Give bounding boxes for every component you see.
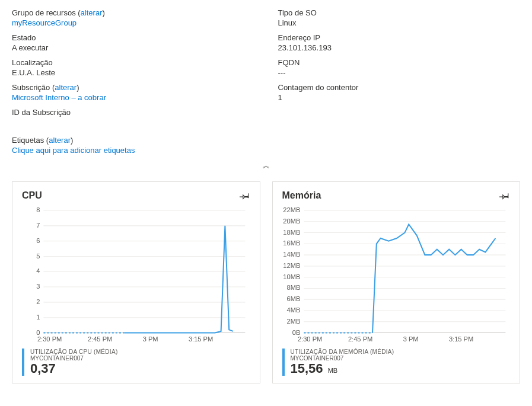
prop-state: Estado A executar [12,33,254,52]
prop-value: 23.101.136.193 [278,43,521,52]
svg-text:7: 7 [36,222,40,229]
change-link[interactable]: alterar [81,8,103,17]
svg-text:20MB: 20MB [283,218,300,225]
svg-text:14MB: 14MB [283,251,300,258]
svg-text:3:15 PM: 3:15 PM [189,335,213,343]
svg-text:3:15 PM: 3:15 PM [448,335,473,343]
prop-value: 1 [278,93,521,102]
change-link[interactable]: alterar [55,83,77,92]
svg-text:6MB: 6MB [286,295,300,302]
cpu-metric: UTILIZAÇÃO DA CPU (MÉDIA) MYCONTAINER007… [22,349,250,376]
prop-label: Etiquetas [12,136,44,145]
chart-title: Memória [282,190,321,201]
prop-label: Localização [12,58,254,67]
prop-label: FQDN [278,58,521,67]
pin-button[interactable] [499,190,510,201]
chart-title: CPU [22,190,42,201]
svg-text:2:30 PM: 2:30 PM [37,335,62,343]
cpu-chart-card: CPU 0123456782:30 PM2:45 PM3 PM3:15 PM U… [12,181,260,383]
svg-text:3 PM: 3 PM [143,335,158,343]
prop-label: Subscrição [12,83,50,92]
svg-text:2:45 PM: 2:45 PM [88,335,112,343]
memory-metric: UTILIZAÇÃO DA MEMÓRIA (MÉDIA) MYCONTAINE… [282,349,511,376]
svg-text:22MB: 22MB [283,207,300,213]
prop-label: Endereço IP [278,33,521,42]
svg-text:8: 8 [36,207,40,213]
metric-value: 0,37 [30,362,118,376]
pin-button[interactable] [240,190,250,201]
collapse-toggle[interactable]: ︽ [12,161,520,171]
svg-text:18MB: 18MB [283,229,300,236]
svg-text:16MB: 16MB [283,239,300,247]
resource-group-link[interactable]: myResourceGroup [12,18,77,27]
prop-resource-group: Grupo de recursos (alterar) myResourceGr… [12,8,254,27]
change-link[interactable]: alterar [49,136,71,145]
svg-text:3: 3 [36,283,40,290]
metric-label: UTILIZAÇÃO DA CPU (MÉDIA) [30,349,118,355]
prop-value: --- [278,68,521,77]
prop-label: Estado [12,33,254,42]
prop-subscription-id: ID da Subscrição [12,108,254,117]
metric-value: 15,56 MB [291,362,394,376]
svg-text:10MB: 10MB [283,273,300,280]
prop-label: ID da Subscrição [12,108,254,117]
prop-tags: Etiquetas (alterar) Clique aqui para adi… [12,136,520,155]
charts-row: CPU 0123456782:30 PM2:45 PM3 PM3:15 PM U… [12,181,520,383]
pin-icon [499,190,510,201]
prop-label: Tipo de SO [278,8,521,17]
subscription-link[interactable]: Microsoft Interno – a cobrar [12,93,106,102]
memory-chart-card: Memória 0B2MB4MB6MB8MB10MB12MB14MB16MB18… [272,181,521,383]
svg-text:4: 4 [36,267,40,274]
svg-text:8MB: 8MB [286,284,300,291]
svg-text:12MB: 12MB [283,262,300,269]
prop-label: Grupo de recursos [12,8,76,17]
prop-value: Linux [278,18,521,27]
svg-text:5: 5 [36,252,40,260]
metric-label: UTILIZAÇÃO DA MEMÓRIA (MÉDIA) [291,349,394,355]
metric-color-bar [282,349,285,376]
add-tags-link[interactable]: Clique aqui para adicionar etiquetas [12,146,135,155]
svg-text:1: 1 [36,314,40,321]
chevron-up-double-icon: ︽ [263,161,270,170]
properties-left-column: Grupo de recursos (alterar) myResourceGr… [12,8,254,123]
svg-text:2: 2 [36,298,40,305]
prop-label: Contagem do contentor [278,83,521,92]
svg-text:2MB: 2MB [286,318,300,325]
prop-fqdn: FQDN --- [278,58,521,77]
prop-os-type: Tipo de SO Linux [278,8,521,27]
prop-ip-address: Endereço IP 23.101.136.193 [278,33,521,52]
pin-icon [240,190,250,201]
memory-chart[interactable]: 0B2MB4MB6MB8MB10MB12MB14MB16MB18MB20MB22… [282,207,511,345]
properties-right-column: Tipo de SO Linux Endereço IP 23.101.136.… [278,8,521,123]
prop-subscription: Subscrição (alterar) Microsoft Interno –… [12,83,254,102]
prop-value: A executar [12,43,254,52]
properties-panel: Grupo de recursos (alterar) myResourceGr… [12,8,520,123]
svg-text:2:30 PM: 2:30 PM [297,335,321,343]
svg-text:2:45 PM: 2:45 PM [348,335,372,343]
svg-text:4MB: 4MB [286,306,300,314]
cpu-chart[interactable]: 0123456782:30 PM2:45 PM3 PM3:15 PM [22,207,250,345]
svg-text:3 PM: 3 PM [403,335,418,343]
metric-color-bar [22,349,24,376]
svg-text:6: 6 [36,237,40,244]
prop-value: E.U.A. Leste [12,68,254,77]
prop-container-count: Contagem do contentor 1 [278,83,521,102]
prop-location: Localização E.U.A. Leste [12,58,254,77]
